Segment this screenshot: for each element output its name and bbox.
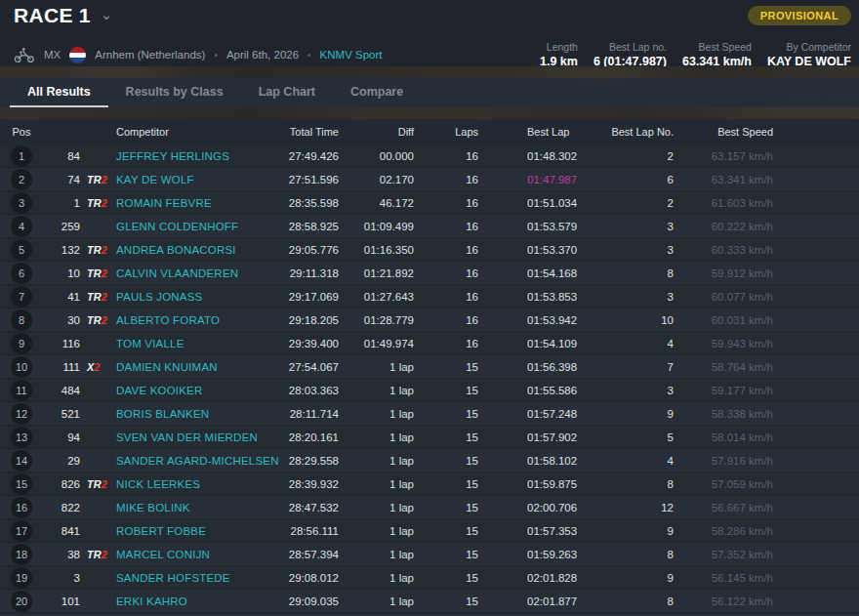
diff-value: 01:21.892	[339, 267, 414, 279]
team-badge: TR2	[80, 478, 113, 490]
competitor-link[interactable]: ROMAIN FEBVRE	[116, 197, 212, 209]
position-badge: 15	[11, 473, 32, 495]
col-pos: Pos	[0, 126, 43, 138]
best-lap-no: 12	[605, 502, 674, 513]
laps-value: 15	[414, 408, 478, 420]
competitor-link[interactable]: JEFFREY HERLINGS	[116, 150, 229, 162]
best-lap-no: 2	[605, 150, 674, 162]
position-badge: 11	[11, 380, 32, 401]
rider-number: 84	[43, 150, 80, 162]
competitor-link[interactable]: ROBERT FOBBE	[116, 525, 206, 537]
diff-value: 1 lap	[339, 549, 414, 560]
table-row: 6 10 TR2 CALVIN VLAANDEREN 29:11.318 01:…	[0, 262, 859, 285]
organizer-link[interactable]: KNMV Sport	[320, 49, 383, 61]
competitor-link[interactable]: ALBERTO FORATO	[116, 314, 220, 326]
rider-number: 484	[43, 385, 80, 396]
best-speed: 61.603 km/h	[674, 197, 773, 209]
best-lap-no: 2	[605, 197, 674, 209]
best-lap-no: 3	[605, 385, 674, 396]
best-lap-time: 01:57.248	[527, 408, 605, 420]
rider-number: 826	[43, 478, 80, 490]
best-lap-time: 01:54.168	[527, 267, 605, 279]
diff-value: 1 lap	[339, 478, 414, 490]
competitor-link[interactable]: DAVE KOOIKER	[116, 385, 202, 396]
rider-number: 94	[43, 431, 80, 443]
rider-number: 116	[43, 338, 80, 349]
position-badge: 5	[11, 239, 32, 261]
competitor-link[interactable]: TOM VIALLE	[116, 338, 184, 349]
best-speed: 56.145 km/h	[674, 572, 773, 584]
rider-number: 1	[43, 197, 80, 209]
position-badge: 10	[11, 356, 32, 378]
rider-number: 101	[43, 595, 80, 607]
best-speed: 58.286 km/h	[674, 525, 773, 537]
best-lap-time: 01:54.109	[527, 338, 605, 349]
best-speed: 60.222 km/h	[674, 221, 773, 232]
diff-value: 1 lap	[339, 431, 414, 443]
total-time: 29:18.205	[231, 314, 339, 326]
competitor-link[interactable]: BORIS BLANKEN	[116, 408, 209, 420]
table-row: 10 111 X2 DAMIEN KNUIMAN 27:54.067 1 lap…	[0, 355, 859, 379]
competitor-link[interactable]: ANDREA BONACORSI	[116, 244, 236, 256]
position-badge: 16	[11, 497, 32, 518]
laps-value: 15	[414, 549, 478, 560]
laps-value: 16	[414, 150, 478, 162]
competitor-link[interactable]: SANDER HOFSTEDE	[116, 572, 230, 584]
competitor-link[interactable]: MIKE BOLINK	[116, 502, 190, 513]
diff-value: 1 lap	[339, 595, 414, 607]
total-time: 27:51.596	[231, 174, 339, 185]
total-time: 28:29.558	[231, 455, 339, 467]
position-badge: 8	[11, 309, 32, 331]
best-lap-time: 01:57.353	[527, 525, 605, 537]
table-row: 15 826 TR2 NICK LEERKES 28:39.932 1 lap …	[0, 472, 859, 496]
competitor-link[interactable]: NICK LEERKES	[116, 478, 200, 490]
rider-number: 38	[43, 549, 80, 560]
col-best-lap: Best Lap	[527, 126, 605, 138]
discipline-label: MX	[44, 49, 61, 61]
tab-lap-chart[interactable]: Lap Chart	[241, 78, 333, 107]
table-row: 4 259 GLENN COLDENHOFF 28:58.925 01:09.4…	[0, 215, 859, 238]
col-best-speed: Best Speed	[674, 126, 773, 138]
col-competitor: Competitor	[113, 126, 231, 138]
competitor-link[interactable]: PAULS JONASS	[116, 291, 202, 303]
rider-number: 841	[43, 525, 80, 537]
table-row: 19 3 SANDER HOFSTEDE 29:08.012 1 lap 15 …	[0, 566, 859, 590]
competitor-link[interactable]: MARCEL CONIJN	[116, 549, 210, 560]
best-lap-no: 3	[605, 221, 674, 232]
rider-number: 3	[43, 572, 80, 584]
diff-value: 46.172	[339, 197, 414, 209]
event-date: April 6th, 2026	[226, 49, 299, 61]
separator-dot: •	[307, 50, 311, 61]
best-speed: 60.031 km/h	[674, 314, 773, 326]
competitor-link[interactable]: DAMIEN KNUIMAN	[116, 361, 218, 373]
team-badge: TR2	[80, 314, 113, 326]
competitor-link[interactable]: GLENN COLDENHOFF	[116, 221, 238, 232]
competitor-link[interactable]: KAY DE WOLF	[116, 174, 194, 185]
best-lap-time: 01:59.263	[527, 549, 605, 560]
diff-value: 01:16.350	[339, 244, 414, 256]
chevron-down-icon[interactable]: ⌄	[101, 10, 113, 20]
total-time: 28:47.532	[231, 502, 339, 513]
total-time: 28:35.598	[231, 197, 339, 209]
table-row: 12 521 BORIS BLANKEN 28:11.714 1 lap 15 …	[0, 402, 859, 426]
tab-all-results[interactable]: All Results	[10, 78, 108, 107]
total-time: 28:57.394	[231, 549, 339, 560]
stat-best-speed: Best Speed 63.341 km/h	[682, 41, 752, 68]
total-time: 29:11.318	[231, 267, 339, 279]
laps-value: 16	[414, 197, 478, 209]
total-time: 29:09.035	[231, 595, 339, 607]
tab-compare[interactable]: Compare	[333, 78, 421, 107]
competitor-link[interactable]: ERKI KAHRO	[116, 595, 187, 607]
laps-value: 15	[414, 385, 478, 396]
tabs-bar: All Results Results by Class Lap Chart C…	[0, 78, 859, 107]
table-row: 7 41 TR2 PAULS JONASS 29:17.069 01:27.64…	[0, 285, 859, 308]
best-speed: 63.157 km/h	[674, 150, 773, 162]
competitor-link[interactable]: CALVIN VLAANDEREN	[116, 267, 238, 279]
col-best-lap-no: Best Lap No.	[605, 126, 674, 138]
best-lap-time: 01:55.586	[527, 385, 605, 396]
best-lap-no: 5	[605, 431, 674, 443]
provisional-status-badge: PROVISIONAL	[748, 6, 851, 25]
tab-results-by-class[interactable]: Results by Class	[108, 78, 241, 107]
best-speed: 63.341 km/h	[674, 174, 773, 185]
best-lap-time: 02:01.877	[527, 595, 605, 607]
